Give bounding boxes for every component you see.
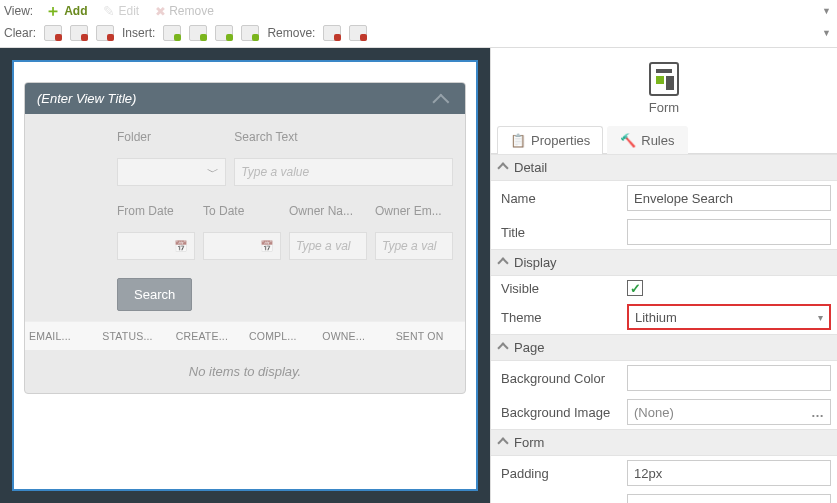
visible-label: Visible (497, 281, 627, 296)
form-surface[interactable]: (Enter View Title) Folder ﹀ Search Text … (12, 60, 478, 491)
owner-email-input[interactable]: Type a val (375, 232, 453, 260)
chevron-up-icon (499, 160, 509, 175)
ellipsis-icon[interactable]: … (811, 405, 824, 420)
layout-dropdown[interactable]: ▼ (820, 28, 833, 38)
plus-icon (45, 4, 61, 19)
margin-input[interactable] (627, 494, 831, 503)
owner-name-label: Owner Na... (289, 204, 367, 218)
to-date-label: To Date (203, 204, 281, 218)
search-button[interactable]: Search (117, 278, 192, 311)
visible-checkbox[interactable]: ✓ (627, 280, 643, 296)
margin-label: Margin (497, 500, 627, 504)
rules-icon (620, 133, 636, 148)
section-detail[interactable]: Detail (491, 154, 837, 181)
from-date-label: From Date (117, 204, 195, 218)
grid-empty-text: No items to display. (25, 350, 465, 393)
clear-col-left-icon[interactable] (44, 25, 62, 41)
remove-button[interactable]: Remove (151, 3, 218, 20)
chevron-down-icon: ▾ (818, 312, 823, 323)
col-owner[interactable]: OWNE... (318, 322, 391, 350)
toolbar: View: Add Edit Remove ▼ Clear: Insert: R… (0, 0, 837, 48)
col-completed[interactable]: COMPL... (245, 322, 318, 350)
section-page[interactable]: Page (491, 334, 837, 361)
calendar-icon (260, 239, 274, 253)
add-button[interactable]: Add (41, 3, 91, 20)
owner-email-label: Owner Em... (375, 204, 453, 218)
chevron-up-icon (499, 435, 509, 450)
properties-icon (510, 133, 526, 148)
search-text-input[interactable]: Type a value (234, 158, 453, 186)
from-date-input[interactable] (117, 232, 195, 260)
remove-col-icon[interactable] (323, 25, 341, 41)
insert-row-above-icon[interactable] (215, 25, 233, 41)
folder-label: Folder (117, 130, 226, 144)
bg-image-picker[interactable]: (None)… (627, 399, 831, 425)
folder-select[interactable]: ﹀ (117, 158, 226, 186)
col-created[interactable]: CREATE... (172, 322, 245, 350)
remove-row-icon[interactable] (349, 25, 367, 41)
view-label: View: (4, 4, 33, 18)
form-title-placeholder: (Enter View Title) (37, 91, 136, 106)
clear-col-right-icon[interactable] (70, 25, 88, 41)
tab-properties[interactable]: Properties (497, 126, 603, 154)
properties-panel: Form Properties Rules Detail Name Title … (490, 48, 837, 503)
theme-select[interactable]: Lithium▾ (627, 304, 831, 330)
padding-input[interactable] (627, 460, 831, 486)
to-date-input[interactable] (203, 232, 281, 260)
pencil-icon (103, 3, 115, 19)
chevron-up-icon (499, 255, 509, 270)
padding-label: Padding (497, 466, 627, 481)
bg-image-label: Background Image (497, 405, 627, 420)
tab-rules[interactable]: Rules (607, 126, 687, 154)
form-icon (649, 62, 679, 96)
title-input[interactable] (627, 219, 831, 245)
theme-label: Theme (497, 310, 627, 325)
edit-button[interactable]: Edit (99, 2, 143, 20)
grid-header: EMAIL... STATUS... CREATE... COMPL... OW… (25, 321, 465, 350)
x-icon (155, 4, 166, 19)
col-email[interactable]: EMAIL... (25, 322, 98, 350)
title-label: Title (497, 225, 627, 240)
bg-color-label: Background Color (497, 371, 627, 386)
owner-name-input[interactable]: Type a val (289, 232, 367, 260)
section-form[interactable]: Form (491, 429, 837, 456)
insert-row-below-icon[interactable] (241, 25, 259, 41)
insert-col-right-icon[interactable] (189, 25, 207, 41)
design-canvas: (Enter View Title) Folder ﹀ Search Text … (0, 48, 490, 503)
view-dropdown[interactable]: ▼ (820, 6, 833, 16)
panel-heading: Form (491, 100, 837, 115)
calendar-icon (174, 239, 188, 253)
name-label: Name (497, 191, 627, 206)
clear-cell-icon[interactable] (96, 25, 114, 41)
chevron-down-icon: ﹀ (207, 164, 219, 181)
form-title-bar[interactable]: (Enter View Title) (25, 83, 465, 114)
clear-label: Clear: (4, 26, 36, 40)
bg-color-input[interactable] (627, 365, 831, 391)
col-senton[interactable]: SENT ON (392, 322, 465, 350)
col-status[interactable]: STATUS... (98, 322, 171, 350)
name-input[interactable] (627, 185, 831, 211)
remove-layout-label: Remove: (267, 26, 315, 40)
chevron-up-icon (499, 340, 509, 355)
search-text-label: Search Text (234, 130, 453, 144)
insert-col-left-icon[interactable] (163, 25, 181, 41)
section-display[interactable]: Display (491, 249, 837, 276)
insert-label: Insert: (122, 26, 155, 40)
collapse-icon[interactable] (437, 94, 453, 104)
